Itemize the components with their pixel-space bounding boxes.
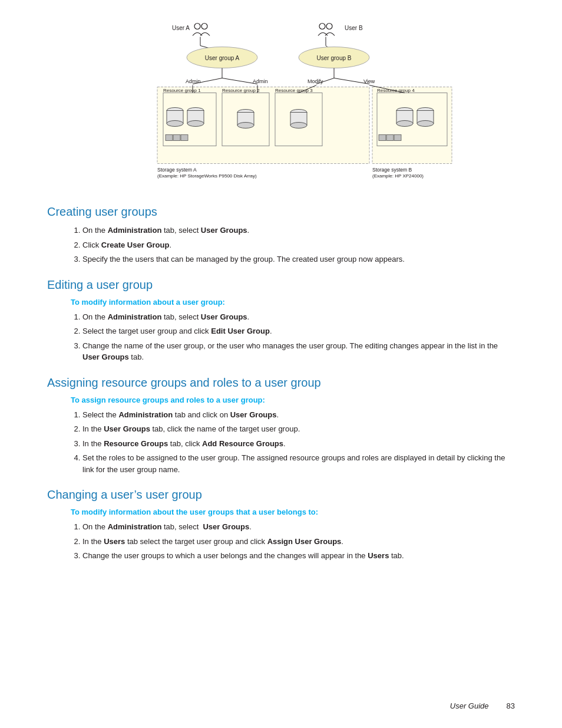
svg-rect-34 — [166, 135, 173, 141]
svg-text:Storage system B: Storage system B — [372, 167, 412, 173]
svg-rect-35 — [173, 135, 180, 141]
svg-text:User B: User B — [345, 25, 363, 31]
svg-text:User A: User A — [172, 25, 190, 31]
diagram-container: User A User B — [47, 18, 515, 189]
svg-point-1 — [194, 24, 200, 29]
svg-text:User group B: User group B — [317, 55, 352, 61]
bold-text: Edit User Group — [211, 327, 270, 335]
diagram: User A User B — [104, 18, 458, 189]
list-item: On the Administration tab, select User G… — [82, 521, 515, 533]
sections-container: Creating user groups On the Administrati… — [47, 205, 515, 562]
svg-text:Modify: Modify — [308, 78, 323, 84]
svg-text:Resource group 1: Resource group 1 — [163, 88, 201, 93]
bold-text: Add Resource Groups — [202, 439, 283, 448]
svg-rect-25 — [372, 87, 452, 164]
page: User A User B — [0, 0, 562, 728]
svg-point-46 — [290, 123, 307, 129]
svg-text:Admin: Admin — [253, 78, 268, 84]
list-item: In the User Groups tab, click the name o… — [82, 423, 515, 435]
bold-text: Administration — [108, 312, 162, 321]
bold-text: User Groups — [203, 522, 249, 531]
bold-text: Administration — [108, 226, 162, 235]
svg-text:(Example: HP XP24000): (Example: HP XP24000) — [372, 173, 424, 179]
list-item: Click Create User Group. — [82, 239, 515, 251]
subsection-title-editing: To modify information about a user group… — [71, 298, 515, 307]
svg-rect-57 — [394, 135, 401, 141]
bold-text: User Groups — [82, 353, 129, 361]
svg-text:Admin: Admin — [186, 78, 201, 84]
list-item: In the Users tab select the target user … — [82, 536, 515, 548]
svg-text:(Example: HP StorageWorks P950: (Example: HP StorageWorks P9500 Disk Arr… — [157, 173, 257, 179]
svg-text:User group A: User group A — [205, 55, 240, 61]
list-item: Change the user groups to which a user b… — [82, 550, 515, 562]
svg-point-51 — [396, 121, 413, 127]
section-assigning-resource-groups: Assigning resource groups and roles to a… — [47, 376, 515, 476]
svg-rect-55 — [379, 135, 386, 141]
section-changing-user-group: Changing a user’s user group To modify i… — [47, 488, 515, 562]
footer-page-number: 83 — [507, 701, 515, 710]
svg-point-30 — [167, 121, 183, 127]
section-editing-user-group: Editing a user group To modify informati… — [47, 278, 515, 363]
bold-text: Users — [368, 551, 389, 560]
svg-text:View: View — [363, 78, 375, 84]
section-title-changing: Changing a user’s user group — [47, 488, 515, 502]
svg-text:Resource group 2: Resource group 2 — [222, 88, 260, 93]
svg-rect-56 — [386, 135, 394, 141]
svg-point-4 — [319, 24, 325, 29]
bold-text: User Groups — [104, 424, 150, 433]
svg-point-5 — [326, 24, 332, 29]
svg-text:Resource group 3: Resource group 3 — [275, 88, 313, 93]
steps-list-creating: On the Administration tab, select User G… — [82, 225, 515, 265]
list-item: Select the target user group and click E… — [82, 325, 515, 337]
section-creating-user-groups: Creating user groups On the Administrati… — [47, 205, 515, 265]
bold-text: Administration — [118, 410, 173, 419]
bold-text: Resource Groups — [104, 439, 168, 448]
list-item: Change the name of the user group, or th… — [82, 340, 515, 363]
svg-text:Storage system A: Storage system A — [157, 167, 197, 173]
svg-rect-36 — [181, 135, 188, 141]
list-item: In the Resource Groups tab, click Add Re… — [82, 438, 515, 450]
svg-point-33 — [187, 121, 204, 127]
bold-text: Administration — [108, 522, 162, 531]
list-item: Specify the the users that can be manage… — [82, 253, 515, 265]
bold-text: Create User Group — [101, 241, 170, 249]
section-title-creating: Creating user groups — [47, 205, 515, 219]
list-item: Select the Administration tab and click … — [82, 409, 515, 421]
svg-point-41 — [237, 123, 254, 129]
section-title-editing: Editing a user group — [47, 278, 515, 292]
list-item: Set the roles to be assigned to the user… — [82, 452, 515, 475]
steps-list-assigning: Select the Administration tab and click … — [82, 409, 515, 476]
list-item: On the Administration tab, select User G… — [82, 311, 515, 323]
subsection-title-assigning: To assign resource groups and roles to a… — [71, 396, 515, 404]
svg-line-16 — [222, 78, 257, 84]
steps-list-changing: On the Administration tab, select User G… — [82, 521, 515, 562]
subsection-title-changing: To modify information about the user gro… — [71, 508, 515, 516]
footer: User Guide 83 — [450, 701, 515, 710]
bold-text: User Groups — [201, 226, 247, 235]
section-title-assigning: Assigning resource groups and roles to a… — [47, 376, 515, 390]
bold-text: Users — [104, 537, 125, 546]
steps-list-editing: On the Administration tab, select User G… — [82, 311, 515, 363]
bold-text: User Groups — [230, 410, 277, 419]
bold-text: Assign User Groups — [267, 537, 342, 546]
bold-text: User Groups — [201, 312, 247, 321]
svg-point-2 — [201, 24, 207, 29]
footer-label: User Guide — [450, 701, 489, 710]
svg-point-54 — [417, 121, 434, 127]
list-item: On the Administration tab, select User G… — [82, 225, 515, 236]
diagram-svg: User A User B — [104, 18, 458, 189]
